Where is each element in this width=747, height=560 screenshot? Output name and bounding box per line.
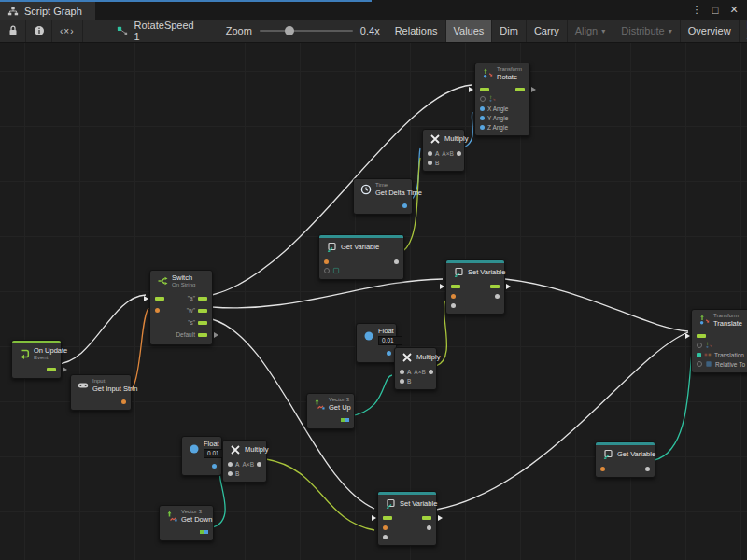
wire-flow-update-to-switch[interactable] [56, 295, 146, 364]
node-value-input[interactable]: 0.01 [378, 336, 402, 345]
graph-picker[interactable]: RotateSpeed 1 [107, 20, 204, 42]
value-port[interactable] [495, 294, 500, 299]
wire-object-multiply-bot-to-setvariable-bot[interactable] [266, 459, 374, 530]
node-get-input-string[interactable]: InputGet Input Strin [70, 374, 132, 411]
value-port[interactable] [324, 259, 329, 264]
node-float-mid[interactable]: Float0.01 [356, 323, 397, 363]
node-switch-on-string[interactable]: SwitchOn String"a""w""s"Default [149, 270, 213, 345]
value-port[interactable] [383, 525, 388, 530]
wire-flow-switch-w-to-setvariable[interactable] [212, 279, 443, 308]
menu-icon[interactable]: ⋮ [689, 4, 704, 16]
port-label-right: "a" [188, 295, 195, 301]
value-port[interactable] [427, 525, 431, 530]
port-label: A [407, 369, 411, 375]
value-port[interactable] [394, 259, 399, 264]
node-rotate[interactable]: TransformRotateX AngleY AngleZ Angle [474, 63, 530, 136]
flow-port[interactable] [451, 285, 460, 288]
wire-flow-setvariable-bot-to-translate[interactable] [436, 332, 688, 510]
flow-port[interactable] [198, 297, 207, 301]
toolbar-button-full-scre[interactable]: Full Scre [740, 20, 747, 42]
wire-flow-setvariable-to-translate[interactable] [505, 279, 688, 331]
value-port[interactable] [121, 399, 126, 404]
flow-port[interactable] [480, 88, 489, 91]
value-port[interactable] [212, 464, 217, 469]
node-get-variable-top[interactable]: Get Variable [318, 234, 404, 280]
node-vector3-get-down[interactable]: Vector 3Get Down [159, 505, 214, 541]
value-port[interactable] [451, 294, 456, 299]
flow-port[interactable] [515, 88, 525, 91]
value-port[interactable] [428, 161, 432, 165]
toolbar-button-align[interactable]: Align▾ [568, 20, 613, 42]
value-port[interactable] [697, 353, 701, 357]
node-header: Float0.01 [357, 324, 396, 347]
zoom-slider-handle[interactable] [285, 26, 294, 35]
value-port[interactable] [228, 462, 233, 467]
node-multiply-mid[interactable]: MultiplyAA×BB [394, 347, 437, 390]
script-graph-window: Script Graph ⋮□✕ ‹×› RotateSpeed 1 Zoom [0, 0, 747, 560]
node-title: Multiply [444, 134, 468, 143]
value-port[interactable] [387, 351, 391, 356]
node-set-variable-bot[interactable]: Set Variable [377, 491, 437, 546]
tab-script-graph[interactable]: Script Graph [0, 2, 95, 20]
node-vector3-get-up[interactable]: Vector 3Get Up [306, 393, 355, 429]
node-get-variable-bot[interactable]: Get Variable [595, 441, 655, 478]
wire-vector-getup-to-multiply-mid[interactable] [349, 375, 392, 416]
toolbar-button-relations[interactable]: Relations [388, 20, 446, 42]
flow-port[interactable] [383, 516, 392, 520]
node-get-delta-time[interactable]: TimeGet Delta Time [353, 178, 413, 215]
value-port[interactable] [457, 151, 461, 156]
value-port[interactable] [428, 151, 432, 156]
code-view-button[interactable]: ‹×› [52, 20, 83, 42]
value-port[interactable] [429, 370, 433, 374]
flow-port[interactable] [155, 297, 164, 301]
flow-port[interactable] [697, 334, 706, 338]
node-set-variable-mid[interactable]: Set Variable [445, 259, 505, 315]
value-port[interactable] [257, 462, 261, 467]
flow-port[interactable] [198, 309, 207, 313]
value-port[interactable] [451, 303, 456, 308]
value-port[interactable] [400, 370, 404, 374]
value-port[interactable] [697, 361, 702, 367]
value-port[interactable] [480, 116, 485, 120]
toolbar-button-overview[interactable]: Overview [681, 20, 740, 42]
flow-port[interactable] [198, 321, 207, 325]
value-port[interactable] [155, 308, 160, 313]
toolbar-button-carry[interactable]: Carry [527, 20, 568, 42]
transform-icon [698, 315, 710, 327]
close-icon[interactable]: ✕ [726, 4, 741, 16]
maximize-icon[interactable]: □ [708, 5, 723, 16]
flow-port[interactable] [47, 368, 56, 371]
wire-vector-getvariable-bot-to-translate[interactable] [655, 352, 692, 460]
node-multiply-bot[interactable]: MultiplyAA×BB [222, 440, 267, 483]
toolbar-button-distribute[interactable]: Distribute▾ [613, 20, 680, 42]
value-port[interactable] [402, 203, 407, 208]
info-button[interactable] [26, 20, 52, 42]
node-on-update[interactable]: On UpdateEvent [11, 340, 62, 379]
value-port[interactable] [480, 125, 485, 130]
toolbar-button-dim[interactable]: Dim [492, 20, 527, 42]
value-port[interactable] [400, 379, 404, 384]
node-multiply-top[interactable]: MultiplyAA×BB [422, 129, 465, 172]
value-port[interactable] [697, 343, 702, 348]
value-port[interactable] [645, 467, 650, 471]
node-translate[interactable]: TransformTranslateTranslationRelative To [691, 309, 747, 373]
flow-port[interactable] [198, 333, 207, 337]
lock-button[interactable] [0, 20, 26, 42]
zoom-slider[interactable] [260, 30, 353, 32]
toolbar-button-label: Relations [395, 25, 438, 36]
node-port-row: B [395, 376, 436, 385]
vector-output-port[interactable] [200, 530, 208, 534]
value-port[interactable] [480, 96, 486, 102]
node-float-bot[interactable]: Float0.01 [181, 436, 222, 476]
value-port[interactable] [383, 535, 388, 539]
graph-canvas[interactable]: TransformRotateX AngleY AngleZ AngleMult… [0, 43, 747, 560]
vector-output-port[interactable] [341, 418, 349, 422]
value-port[interactable] [228, 471, 233, 476]
value-port[interactable] [600, 467, 605, 471]
flow-arrow-in [144, 296, 148, 301]
toolbar-button-values[interactable]: Values [446, 20, 493, 42]
flow-port[interactable] [490, 285, 500, 288]
value-port[interactable] [324, 268, 330, 273]
value-port[interactable] [480, 106, 485, 111]
flow-port[interactable] [422, 516, 431, 520]
